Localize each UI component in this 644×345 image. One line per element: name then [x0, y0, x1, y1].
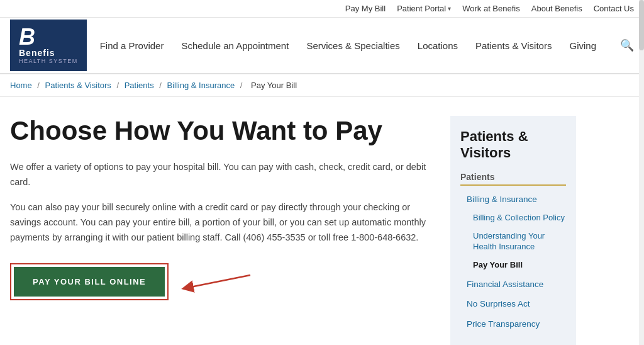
pay-btn-area: PAY YOUR BILL ONLINE: [10, 263, 431, 300]
logo-letter: B: [19, 26, 35, 48]
sidebar-item-no-surprises-act[interactable]: No Surprises Act: [460, 294, 566, 314]
patient-portal-dropdown-arrow[interactable]: ▾: [448, 5, 451, 12]
sidebar-item-billing-collection[interactable]: Billing & Collection Policy: [460, 209, 566, 227]
arrow-indicator: [181, 269, 257, 294]
top-bar: Pay My Bill Patient Portal ▾ Work at Ben…: [0, 0, 644, 18]
logo-sub: HEALTH SYSTEM: [19, 59, 78, 65]
breadcrumb-patients[interactable]: Patients: [125, 81, 154, 90]
sidebar-item-understanding-insurance[interactable]: Understanding Your Health Insurance: [460, 227, 566, 256]
topbar-contact-us[interactable]: Contact Us: [594, 4, 634, 13]
breadcrumb-current: Pay Your Bill: [251, 81, 297, 90]
nav-locations[interactable]: Locations: [418, 40, 458, 51]
topbar-work-at-benefis[interactable]: Work at Benefis: [462, 4, 520, 13]
body-text-2: You can also pay your bill securely onli…: [10, 200, 431, 246]
pay-bill-online-button[interactable]: PAY YOUR BILL ONLINE: [14, 267, 165, 297]
sidebar-section-label: Patients: [460, 172, 566, 186]
logo[interactable]: B Benefis HEALTH SYSTEM: [10, 20, 87, 71]
main-nav: B Benefis HEALTH SYSTEM Find a Provider …: [0, 18, 644, 74]
nav-giving[interactable]: Giving: [569, 40, 596, 51]
nav-find-provider[interactable]: Find a Provider: [100, 40, 164, 51]
pay-btn-outer-border: PAY YOUR BILL ONLINE: [10, 263, 169, 300]
scrollbar-track[interactable]: [639, 0, 644, 345]
nav-patients-visitors[interactable]: Patients & Visitors: [475, 40, 552, 51]
breadcrumb-sep-4: /: [240, 81, 245, 90]
breadcrumb: Home / Patients & Visitors / Patients / …: [0, 74, 644, 97]
sidebar-item-pay-your-bill[interactable]: Pay Your Bill: [460, 256, 566, 274]
page-heading: Choose How You Want to Pay: [10, 116, 431, 146]
breadcrumb-sep-1: /: [37, 81, 42, 90]
breadcrumb-patients-visitors[interactable]: Patients & Visitors: [45, 81, 111, 90]
sidebar-item-financial-assistance[interactable]: Financial Assistance: [460, 274, 566, 295]
breadcrumb-sep-3: /: [159, 81, 164, 90]
search-icon[interactable]: 🔍: [620, 38, 634, 52]
nav-links: Find a Provider Schedule an Appointment …: [100, 38, 634, 52]
logo-name: Benefis: [19, 48, 55, 58]
sidebar-item-price-transparency[interactable]: Price Transparency: [460, 314, 566, 334]
logo-box: B Benefis HEALTH SYSTEM: [10, 20, 87, 71]
patient-portal-wrap: Patient Portal ▾: [397, 4, 451, 13]
nav-schedule-appointment[interactable]: Schedule an Appointment: [181, 40, 289, 51]
topbar-about-benefis[interactable]: About Benefis: [531, 4, 582, 13]
svg-line-0: [187, 275, 250, 288]
nav-services-specialties[interactable]: Services & Specialties: [306, 40, 399, 51]
breadcrumb-billing-insurance[interactable]: Billing & Insurance: [167, 81, 235, 90]
breadcrumb-sep-2: /: [116, 81, 121, 90]
sidebar-heading: Patients & Visitors: [460, 128, 566, 162]
topbar-patient-portal[interactable]: Patient Portal: [397, 4, 446, 13]
sidebar: Patients & Visitors Patients Billing & I…: [450, 116, 576, 345]
main-content: Choose How You Want to Pay We offer a va…: [10, 116, 431, 345]
sidebar-item-billing-insurance[interactable]: Billing & Insurance: [460, 189, 566, 210]
arrow-svg: [181, 269, 257, 294]
topbar-pay-my-bill[interactable]: Pay My Bill: [345, 4, 386, 13]
content-area: Choose How You Want to Pay We offer a va…: [0, 97, 644, 345]
breadcrumb-home[interactable]: Home: [10, 81, 32, 90]
scrollbar-thumb[interactable]: [639, 0, 644, 50]
body-text-1: We offer a variety of options to pay you…: [10, 160, 431, 190]
